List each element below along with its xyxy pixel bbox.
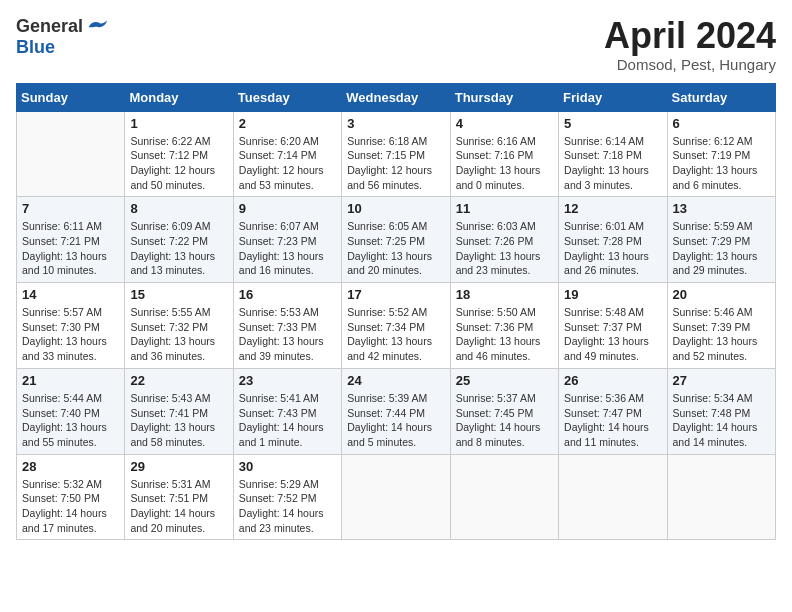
day-info: Sunrise: 6:12 AMSunset: 7:19 PMDaylight:… — [673, 134, 770, 193]
day-number: 6 — [673, 116, 770, 131]
day-number: 18 — [456, 287, 553, 302]
day-info: Sunrise: 6:09 AMSunset: 7:22 PMDaylight:… — [130, 219, 227, 278]
calendar-cell: 27Sunrise: 5:34 AMSunset: 7:48 PMDayligh… — [667, 368, 775, 454]
calendar-cell: 2Sunrise: 6:20 AMSunset: 7:14 PMDaylight… — [233, 111, 341, 197]
calendar: SundayMondayTuesdayWednesdayThursdayFrid… — [16, 83, 776, 541]
location: Domsod, Pest, Hungary — [604, 56, 776, 73]
calendar-header-saturday: Saturday — [667, 83, 775, 111]
day-info: Sunrise: 6:03 AMSunset: 7:26 PMDaylight:… — [456, 219, 553, 278]
month-title: April 2024 — [604, 16, 776, 56]
calendar-header-row: SundayMondayTuesdayWednesdayThursdayFrid… — [17, 83, 776, 111]
day-info: Sunrise: 5:32 AMSunset: 7:50 PMDaylight:… — [22, 477, 119, 536]
calendar-header-monday: Monday — [125, 83, 233, 111]
calendar-cell: 23Sunrise: 5:41 AMSunset: 7:43 PMDayligh… — [233, 368, 341, 454]
calendar-cell: 18Sunrise: 5:50 AMSunset: 7:36 PMDayligh… — [450, 283, 558, 369]
calendar-cell: 10Sunrise: 6:05 AMSunset: 7:25 PMDayligh… — [342, 197, 450, 283]
day-number: 11 — [456, 201, 553, 216]
calendar-header-sunday: Sunday — [17, 83, 125, 111]
day-number: 22 — [130, 373, 227, 388]
day-number: 27 — [673, 373, 770, 388]
calendar-cell — [17, 111, 125, 197]
day-number: 20 — [673, 287, 770, 302]
calendar-cell: 7Sunrise: 6:11 AMSunset: 7:21 PMDaylight… — [17, 197, 125, 283]
day-number: 26 — [564, 373, 661, 388]
day-number: 23 — [239, 373, 336, 388]
day-number: 12 — [564, 201, 661, 216]
calendar-cell: 21Sunrise: 5:44 AMSunset: 7:40 PMDayligh… — [17, 368, 125, 454]
day-info: Sunrise: 6:11 AMSunset: 7:21 PMDaylight:… — [22, 219, 119, 278]
calendar-cell: 30Sunrise: 5:29 AMSunset: 7:52 PMDayligh… — [233, 454, 341, 540]
calendar-cell: 13Sunrise: 5:59 AMSunset: 7:29 PMDayligh… — [667, 197, 775, 283]
day-info: Sunrise: 6:16 AMSunset: 7:16 PMDaylight:… — [456, 134, 553, 193]
calendar-week-row: 28Sunrise: 5:32 AMSunset: 7:50 PMDayligh… — [17, 454, 776, 540]
calendar-cell: 14Sunrise: 5:57 AMSunset: 7:30 PMDayligh… — [17, 283, 125, 369]
day-info: Sunrise: 5:59 AMSunset: 7:29 PMDaylight:… — [673, 219, 770, 278]
calendar-cell: 17Sunrise: 5:52 AMSunset: 7:34 PMDayligh… — [342, 283, 450, 369]
calendar-cell: 3Sunrise: 6:18 AMSunset: 7:15 PMDaylight… — [342, 111, 450, 197]
day-number: 28 — [22, 459, 119, 474]
logo-general-text: General — [16, 16, 83, 37]
day-info: Sunrise: 5:34 AMSunset: 7:48 PMDaylight:… — [673, 391, 770, 450]
calendar-header-wednesday: Wednesday — [342, 83, 450, 111]
day-info: Sunrise: 6:20 AMSunset: 7:14 PMDaylight:… — [239, 134, 336, 193]
day-number: 16 — [239, 287, 336, 302]
calendar-week-row: 14Sunrise: 5:57 AMSunset: 7:30 PMDayligh… — [17, 283, 776, 369]
calendar-cell: 19Sunrise: 5:48 AMSunset: 7:37 PMDayligh… — [559, 283, 667, 369]
day-number: 25 — [456, 373, 553, 388]
calendar-header-friday: Friday — [559, 83, 667, 111]
day-info: Sunrise: 6:14 AMSunset: 7:18 PMDaylight:… — [564, 134, 661, 193]
day-number: 3 — [347, 116, 444, 131]
day-info: Sunrise: 5:43 AMSunset: 7:41 PMDaylight:… — [130, 391, 227, 450]
day-info: Sunrise: 5:55 AMSunset: 7:32 PMDaylight:… — [130, 305, 227, 364]
day-number: 9 — [239, 201, 336, 216]
calendar-cell: 11Sunrise: 6:03 AMSunset: 7:26 PMDayligh… — [450, 197, 558, 283]
day-info: Sunrise: 5:31 AMSunset: 7:51 PMDaylight:… — [130, 477, 227, 536]
calendar-cell: 4Sunrise: 6:16 AMSunset: 7:16 PMDaylight… — [450, 111, 558, 197]
day-info: Sunrise: 5:57 AMSunset: 7:30 PMDaylight:… — [22, 305, 119, 364]
calendar-cell: 15Sunrise: 5:55 AMSunset: 7:32 PMDayligh… — [125, 283, 233, 369]
day-number: 24 — [347, 373, 444, 388]
day-number: 29 — [130, 459, 227, 474]
day-info: Sunrise: 5:46 AMSunset: 7:39 PMDaylight:… — [673, 305, 770, 364]
calendar-cell: 9Sunrise: 6:07 AMSunset: 7:23 PMDaylight… — [233, 197, 341, 283]
day-number: 17 — [347, 287, 444, 302]
day-info: Sunrise: 5:50 AMSunset: 7:36 PMDaylight:… — [456, 305, 553, 364]
calendar-week-row: 7Sunrise: 6:11 AMSunset: 7:21 PMDaylight… — [17, 197, 776, 283]
day-number: 2 — [239, 116, 336, 131]
calendar-cell: 28Sunrise: 5:32 AMSunset: 7:50 PMDayligh… — [17, 454, 125, 540]
day-number: 15 — [130, 287, 227, 302]
calendar-cell: 16Sunrise: 5:53 AMSunset: 7:33 PMDayligh… — [233, 283, 341, 369]
day-number: 7 — [22, 201, 119, 216]
day-info: Sunrise: 5:29 AMSunset: 7:52 PMDaylight:… — [239, 477, 336, 536]
day-info: Sunrise: 5:36 AMSunset: 7:47 PMDaylight:… — [564, 391, 661, 450]
day-number: 19 — [564, 287, 661, 302]
title-area: April 2024 Domsod, Pest, Hungary — [604, 16, 776, 73]
calendar-week-row: 21Sunrise: 5:44 AMSunset: 7:40 PMDayligh… — [17, 368, 776, 454]
day-info: Sunrise: 5:39 AMSunset: 7:44 PMDaylight:… — [347, 391, 444, 450]
calendar-cell — [450, 454, 558, 540]
calendar-cell — [559, 454, 667, 540]
calendar-cell: 20Sunrise: 5:46 AMSunset: 7:39 PMDayligh… — [667, 283, 775, 369]
day-number: 13 — [673, 201, 770, 216]
day-info: Sunrise: 5:48 AMSunset: 7:37 PMDaylight:… — [564, 305, 661, 364]
calendar-cell: 25Sunrise: 5:37 AMSunset: 7:45 PMDayligh… — [450, 368, 558, 454]
calendar-cell — [342, 454, 450, 540]
calendar-cell: 8Sunrise: 6:09 AMSunset: 7:22 PMDaylight… — [125, 197, 233, 283]
calendar-cell — [667, 454, 775, 540]
day-info: Sunrise: 5:53 AMSunset: 7:33 PMDaylight:… — [239, 305, 336, 364]
header: General Blue April 2024 Domsod, Pest, Hu… — [16, 16, 776, 73]
calendar-header-tuesday: Tuesday — [233, 83, 341, 111]
day-info: Sunrise: 5:52 AMSunset: 7:34 PMDaylight:… — [347, 305, 444, 364]
logo: General Blue — [16, 16, 109, 58]
day-number: 21 — [22, 373, 119, 388]
calendar-cell: 12Sunrise: 6:01 AMSunset: 7:28 PMDayligh… — [559, 197, 667, 283]
calendar-cell: 1Sunrise: 6:22 AMSunset: 7:12 PMDaylight… — [125, 111, 233, 197]
day-info: Sunrise: 5:41 AMSunset: 7:43 PMDaylight:… — [239, 391, 336, 450]
calendar-cell: 22Sunrise: 5:43 AMSunset: 7:41 PMDayligh… — [125, 368, 233, 454]
day-info: Sunrise: 6:07 AMSunset: 7:23 PMDaylight:… — [239, 219, 336, 278]
logo-blue-text: Blue — [16, 37, 55, 58]
calendar-header-thursday: Thursday — [450, 83, 558, 111]
day-number: 14 — [22, 287, 119, 302]
day-number: 8 — [130, 201, 227, 216]
calendar-cell: 29Sunrise: 5:31 AMSunset: 7:51 PMDayligh… — [125, 454, 233, 540]
